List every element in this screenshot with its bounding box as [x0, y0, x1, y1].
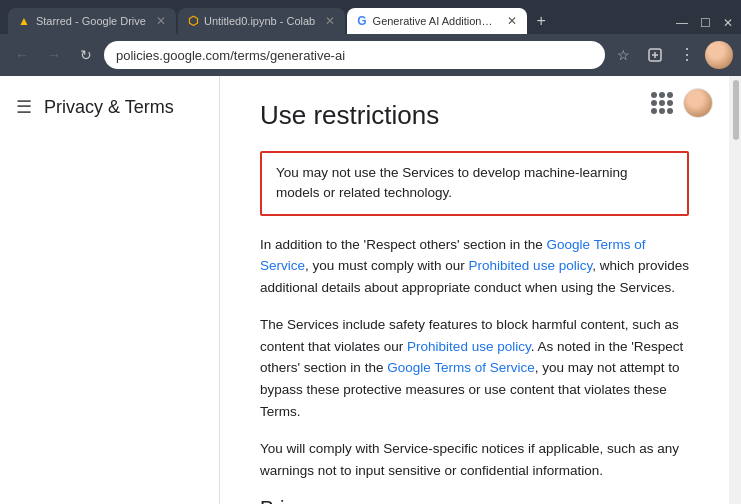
user-avatar-toolbar[interactable] — [705, 41, 733, 69]
tab-google-ai-favicon: G — [357, 14, 366, 28]
p1-text-1: In addition to the 'Respect others' sect… — [260, 237, 547, 252]
tab-drive-label: Starred - Google Drive — [36, 15, 146, 27]
main-content: Use restrictions You may not use the Ser… — [220, 76, 729, 504]
tab-google-ai-close[interactable]: ✕ — [507, 14, 517, 28]
tab-bar: ▲ Starred - Google Drive ✕ ⬡ Untitled0.i… — [0, 0, 741, 34]
p3-text: You will comply with Service-specific no… — [260, 441, 679, 478]
close-window-button[interactable]: ✕ — [723, 16, 733, 30]
google-tos-link-2[interactable]: Google Terms of Service — [387, 360, 535, 375]
sidebar-header: ☰ Privacy & Terms — [0, 88, 219, 126]
tab-colab-close[interactable]: ✕ — [325, 14, 335, 28]
apps-grid-icon[interactable] — [651, 92, 673, 114]
tab-colab-label: Untitled0.ipynb - Colab — [204, 15, 315, 27]
hamburger-menu-icon[interactable]: ☰ — [16, 96, 32, 118]
back-button[interactable]: ← — [8, 41, 36, 69]
browser-chrome: ▲ Starred - Google Drive ✕ ⬡ Untitled0.i… — [0, 0, 741, 76]
extension-button[interactable] — [641, 41, 669, 69]
minimize-button[interactable]: — — [676, 16, 688, 30]
new-tab-button[interactable]: + — [527, 8, 555, 34]
highlighted-restriction-box: You may not use the Services to develop … — [260, 151, 689, 216]
maximize-button[interactable]: ☐ — [700, 16, 711, 30]
tab-google-ai-label: Generative AI Additional Ter… — [373, 15, 498, 27]
section-title: Use restrictions — [260, 100, 689, 131]
paragraph-2: The Services include safety features to … — [260, 314, 689, 422]
tab-colab-favicon: ⬡ — [188, 14, 198, 28]
window-controls: — ☐ ✕ — [676, 16, 733, 34]
prohibited-use-link-2[interactable]: Prohibited use policy — [407, 339, 531, 354]
sidebar-title: Privacy & Terms — [44, 97, 174, 118]
tab-drive-close[interactable]: ✕ — [156, 14, 166, 28]
toolbar-right: ☆ ⋮ — [609, 41, 733, 69]
scrollbar[interactable] — [729, 76, 741, 504]
next-section-hint: Privacy... — [260, 497, 689, 504]
highlighted-restriction-text: You may not use the Services to develop … — [276, 165, 627, 200]
user-avatar-page[interactable] — [683, 88, 713, 118]
page-top-right — [651, 88, 713, 118]
sidebar: ☰ Privacy & Terms — [0, 76, 220, 504]
page-content: ☰ Privacy & Terms Use restrictions — [0, 76, 741, 504]
scrollbar-thumb[interactable] — [733, 80, 739, 140]
menu-button[interactable]: ⋮ — [673, 41, 701, 69]
forward-button[interactable]: → — [40, 41, 68, 69]
bookmark-button[interactable]: ☆ — [609, 41, 637, 69]
reload-button[interactable]: ↻ — [72, 41, 100, 69]
tab-drive[interactable]: ▲ Starred - Google Drive ✕ — [8, 8, 176, 34]
tab-google-ai[interactable]: G Generative AI Additional Ter… ✕ — [347, 8, 527, 34]
prohibited-use-link-1[interactable]: Prohibited use policy — [469, 258, 593, 273]
address-bar-row: ← → ↻ ☆ ⋮ — [0, 34, 741, 76]
paragraph-3: You will comply with Service-specific no… — [260, 438, 689, 481]
tab-colab[interactable]: ⬡ Untitled0.ipynb - Colab ✕ — [178, 8, 345, 34]
paragraph-1: In addition to the 'Respect others' sect… — [260, 234, 689, 299]
p1-text-2: , you must comply with our — [305, 258, 469, 273]
tab-drive-favicon: ▲ — [18, 14, 30, 28]
address-input[interactable] — [104, 41, 605, 69]
